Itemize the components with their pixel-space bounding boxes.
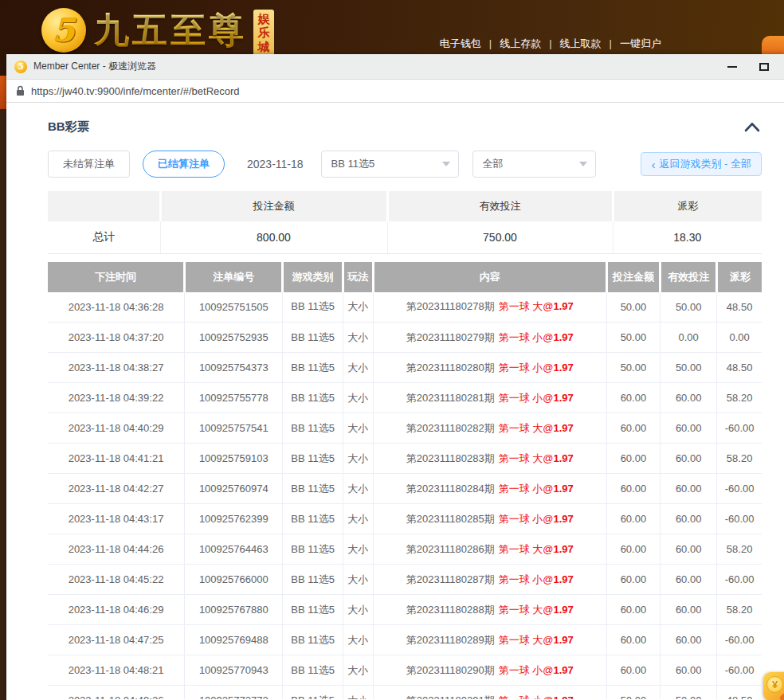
filter-bar: 未结算注单 已结算注单 2023-11-18 BB 11选5 全部 ‹ 返回游戏… (48, 151, 762, 178)
maximize-icon (759, 63, 769, 71)
type-select[interactable]: 全部 (472, 151, 596, 178)
bet-rows: 2023-11-18 04:36:28100925751505BB 11选5大小… (48, 292, 762, 700)
cell-time: 2023-11-18 04:46:29 (48, 595, 185, 625)
period-text: 第202311180282期 (406, 422, 495, 434)
period-text: 第202311180283期 (406, 452, 495, 464)
cell-order-no: 100925762399 (185, 504, 283, 534)
cell-valid-bet: 60.00 (661, 383, 717, 413)
nav-separator: | (489, 37, 492, 49)
cell-valid-bet: 60.00 (661, 534, 717, 565)
cell-time: 2023-11-18 04:44:26 (48, 534, 185, 565)
header-bet-amount: 投注金额 (606, 262, 660, 292)
maximize-button[interactable] (752, 57, 776, 76)
wallet-float-button[interactable]: ¥ (763, 672, 784, 700)
cell-payout: 48.50 (717, 353, 762, 383)
cell-valid-bet: 60.00 (661, 444, 717, 474)
table-row: 2023-11-18 04:45:22100925766000BB 11选5大小… (48, 565, 762, 595)
cell-payout: -60.00 (717, 504, 762, 534)
cell-valid-bet: 60.00 (661, 595, 717, 625)
cell-order-no: 100925752935 (185, 323, 283, 353)
type-select-value: 全部 (483, 157, 504, 171)
cell-game: BB 11选5 (283, 504, 343, 534)
table-row: 2023-11-18 04:41:21100925759103BB 11选5大小… (48, 444, 762, 474)
period-text: 第202311180291期 (406, 694, 495, 700)
cell-valid-bet: 50.00 (661, 292, 717, 323)
summary-total-row: 总计 800.00 750.00 18.30 (48, 221, 762, 253)
header-game: 游戏类别 (283, 262, 343, 292)
nav-link[interactable]: 电子钱包 (440, 37, 481, 49)
chevron-down-icon (442, 162, 450, 166)
cell-time: 2023-11-18 04:38:27 (48, 353, 185, 383)
header-play: 玩法 (343, 262, 373, 292)
cell-content: 第202311180290期第一球 小@1.97 (373, 655, 606, 686)
game-select[interactable]: BB 11选5 (321, 151, 459, 178)
cell-bet-amount: 60.00 (606, 474, 660, 504)
cell-time: 2023-11-18 04:49:26 (48, 686, 185, 700)
pick-text: 第一球 小@ (499, 694, 554, 700)
summary-header-payout: 派彩 (613, 191, 762, 221)
pick-text: 第一球 小@ (499, 362, 554, 373)
summary-header-row: 投注金额 有效投注 派彩 (48, 191, 762, 221)
cell-game: BB 11选5 (283, 474, 343, 504)
cell-play: 大小 (343, 413, 373, 444)
cell-game: BB 11选5 (283, 383, 343, 413)
table-row: 2023-11-18 04:49:26100925772773BB 11选5大小… (48, 686, 762, 700)
settled-tab[interactable]: 已结算注单 (143, 151, 225, 178)
nav-link[interactable]: 一键归户 (620, 37, 661, 49)
cell-order-no: 100925751505 (185, 292, 283, 323)
odds-value: 1.97 (554, 483, 574, 495)
header-time: 下注时间 (48, 262, 185, 292)
cell-valid-bet: 50.00 (661, 353, 717, 383)
top-nav: 电子钱包|线上存款|线上取款|一键归户 (437, 37, 664, 51)
minimize-button[interactable] (720, 57, 744, 76)
cell-order-no: 100925769488 (185, 625, 283, 655)
pick-text: 第一球 大@ (499, 604, 554, 616)
cell-order-no: 100925770943 (185, 655, 283, 686)
period-text: 第202311180280期 (406, 362, 495, 373)
nav-link[interactable]: 线上存款 (500, 37, 541, 49)
table-row: 2023-11-18 04:36:28100925751505BB 11选5大小… (48, 292, 762, 323)
unsettled-tab[interactable]: 未结算注单 (48, 151, 130, 178)
logo-5-glyph: 5 (53, 14, 75, 46)
back-to-category-button[interactable]: ‹ 返回游戏类别 - 全部 (641, 152, 762, 176)
period-text: 第202311180288期 (406, 604, 495, 616)
cell-play: 大小 (343, 444, 373, 474)
period-text: 第202311180281期 (406, 392, 495, 404)
cell-content: 第202311180287期第一球 小@1.97 (373, 565, 606, 595)
cell-payout: 48.50 (717, 292, 762, 323)
date-label[interactable]: 2023-11-18 (247, 158, 304, 170)
back-arrow-icon: ‹ (651, 158, 655, 170)
cell-time: 2023-11-18 04:48:21 (48, 655, 185, 686)
url-bar[interactable]: https://jw40.tv:9900/infe/mcenter/#/betR… (6, 80, 784, 103)
nav-separator: | (549, 37, 551, 49)
cell-valid-bet: 0.00 (661, 323, 717, 353)
cell-payout: 58.20 (717, 383, 762, 413)
cell-valid-bet: 60.00 (661, 655, 717, 686)
collapse-panel-button[interactable] (743, 120, 762, 134)
cell-payout: 58.20 (717, 444, 762, 474)
cell-time: 2023-11-18 04:45:22 (48, 565, 185, 595)
header-payout: 派彩 (717, 262, 762, 292)
cell-play: 大小 (343, 625, 373, 655)
cell-content: 第202311180281期第一球 小@1.97 (373, 383, 606, 413)
nav-link[interactable]: 线上取款 (560, 37, 602, 49)
cell-payout: -60.00 (717, 413, 762, 444)
cell-payout: 48.50 (717, 686, 762, 700)
cell-game: BB 11选5 (283, 534, 343, 565)
nav-separator: | (610, 37, 612, 49)
summary-header-blank (48, 191, 160, 221)
cell-payout: -60.00 (717, 655, 762, 686)
pick-text: 第一球 小@ (499, 483, 554, 495)
pick-text: 第一球 大@ (499, 543, 554, 555)
cell-game: BB 11选5 (283, 292, 343, 323)
header-content: 内容 (373, 262, 606, 292)
cell-play: 大小 (343, 353, 373, 383)
period-text: 第202311180287期 (406, 573, 495, 585)
cell-content: 第202311180282期第一球 大@1.97 (373, 413, 606, 444)
cell-content: 第202311180279期第一球 小@1.97 (373, 323, 606, 353)
brand-logo-icon: 5 (41, 8, 86, 53)
bet-record-table: 下注时间 注单编号 游戏类别 玩法 内容 投注金额 有效投注 派彩 2023-1… (48, 262, 762, 700)
pick-text: 第一球 小@ (499, 331, 554, 343)
cell-time: 2023-11-18 04:42:27 (48, 474, 185, 504)
cell-valid-bet: 60.00 (661, 413, 717, 444)
